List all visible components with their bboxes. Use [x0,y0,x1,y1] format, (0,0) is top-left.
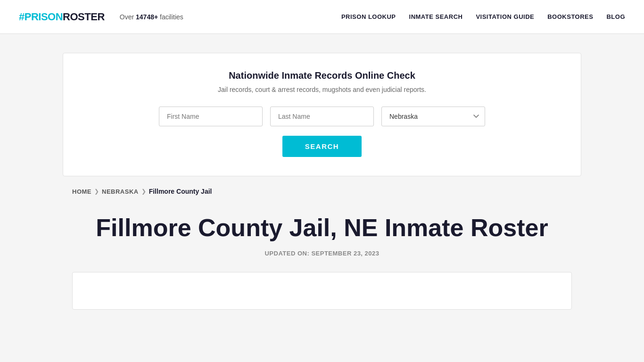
bottom-content-card [72,272,572,310]
facilities-count-text: Over 14748+ facilities [120,13,183,21]
nav-visitation-guide[interactable]: VISITATION GUIDE [476,13,534,20]
search-button[interactable]: SEARCH [282,136,362,157]
state-select[interactable]: AlabamaAlaskaArizonaArkansasCaliforniaCo… [381,107,485,126]
breadcrumb-current: Fillmore County Jail [149,188,212,195]
breadcrumb-state[interactable]: Nebraska [102,188,139,195]
facilities-number: 14748+ [136,13,158,21]
breadcrumb: Home ❯ Nebraska ❯ Fillmore County Jail [72,186,572,195]
breadcrumb-home[interactable]: Home [72,188,91,195]
first-name-input[interactable] [159,107,263,126]
logo-roster: ROSTER [63,11,105,23]
breadcrumb-sep-1: ❯ [94,188,99,195]
search-widget-subtitle: Jail records, court & arrest records, mu… [82,86,562,93]
search-btn-wrapper: SEARCH [82,136,562,157]
logo-prison: PRISON [25,11,63,23]
nav-prison-lookup[interactable]: PRISON LOOKUP [341,13,396,20]
search-widget-title: Nationwide Inmate Records Online Check [82,70,562,81]
updated-on-label: UPDATED ON: SEPTEMBER 23, 2023 [72,250,572,257]
last-name-input[interactable] [270,107,374,126]
site-logo[interactable]: #PRISONROSTER [19,11,105,23]
search-widget: Nationwide Inmate Records Online Check J… [63,53,581,176]
search-form-row: AlabamaAlaskaArizonaArkansasCaliforniaCo… [82,107,562,126]
breadcrumb-sep-2: ❯ [141,188,146,195]
site-header: #PRISONROSTER Over 14748+ facilities PRI… [0,0,644,34]
main-content: Home ❯ Nebraska ❯ Fillmore County Jail F… [63,186,581,310]
main-nav: PRISON LOOKUP INMATE SEARCH VISITATION G… [341,13,625,20]
nav-bookstores[interactable]: BOOKSTORES [547,13,593,20]
nav-inmate-search[interactable]: INMATE SEARCH [409,13,463,20]
page-title-section: Fillmore County Jail, NE Inmate Roster U… [72,214,572,257]
logo-hash: # [19,11,25,23]
nav-blog[interactable]: BLOG [606,13,625,20]
page-title: Fillmore County Jail, NE Inmate Roster [72,214,572,242]
